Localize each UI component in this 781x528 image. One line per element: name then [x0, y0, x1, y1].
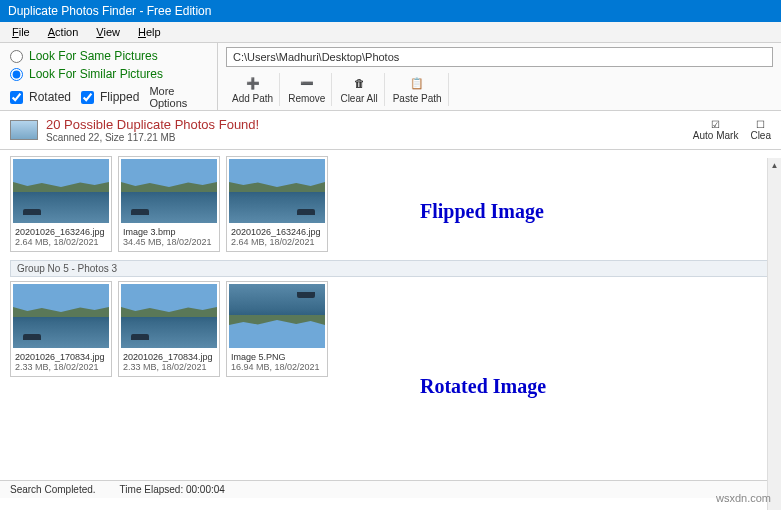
minus-icon: ➖	[299, 75, 315, 91]
window-title: Duplicate Photos Finder - Free Edition	[0, 0, 781, 22]
status-bar: Search Completed. Time Elapsed: 00:00:04	[0, 480, 781, 498]
checkbox-rotated[interactable]: Rotated	[10, 90, 71, 104]
thumb-image	[229, 159, 325, 223]
clear-all-button[interactable]: 🗑 Clear All	[334, 73, 384, 106]
auto-mark-button[interactable]: ☑ Auto Mark	[693, 119, 739, 141]
trash-icon: 🗑	[351, 75, 367, 91]
thumb-image	[229, 284, 325, 348]
add-path-button[interactable]: ➕ Add Path	[226, 73, 280, 106]
group-1-row: 20201026_163246.jpg2.64 MB, 18/02/2021 I…	[10, 156, 771, 252]
annotation-flipped: Flipped Image	[420, 200, 544, 223]
ribbon: Look For Same Pictures Look For Similar …	[0, 43, 781, 111]
path-input[interactable]	[226, 47, 773, 67]
more-options-link[interactable]: More Options	[149, 85, 207, 109]
thumb-card[interactable]: 20201026_170834.jpg2.33 MB, 18/02/2021	[10, 281, 112, 377]
clear-icon: ☐	[756, 119, 765, 130]
thumb-card[interactable]: 20201026_163246.jpg2.64 MB, 18/02/2021	[10, 156, 112, 252]
menu-help[interactable]: Help	[130, 24, 169, 40]
thumb-card[interactable]: 20201026_170834.jpg2.33 MB, 18/02/2021	[118, 281, 220, 377]
thumb-card[interactable]: Image 3.bmp34.45 MB, 18/02/2021	[118, 156, 220, 252]
thumb-image	[13, 159, 109, 223]
menubar: File Action View Help	[0, 22, 781, 43]
paste-path-button[interactable]: 📋 Paste Path	[387, 73, 449, 106]
search-options-panel: Look For Same Pictures Look For Similar …	[0, 43, 218, 110]
radio-similar-pictures[interactable]: Look For Similar Pictures	[10, 67, 207, 81]
group-header: Group No 5 - Photos 3	[10, 260, 771, 277]
results-area: 20201026_163246.jpg2.64 MB, 18/02/2021 I…	[0, 150, 781, 480]
path-panel: ➕ Add Path ➖ Remove 🗑 Clear All 📋 Paste …	[218, 43, 781, 110]
menu-file[interactable]: File	[4, 24, 38, 40]
menu-view[interactable]: View	[88, 24, 128, 40]
checkbox-flipped[interactable]: Flipped	[81, 90, 139, 104]
thumb-image	[13, 284, 109, 348]
check-icon: ☑	[711, 119, 720, 130]
thumb-card[interactable]: 20201026_163246.jpg2.64 MB, 18/02/2021	[226, 156, 328, 252]
summary-icon	[10, 120, 38, 140]
plus-icon: ➕	[245, 75, 261, 91]
clear-marks-button[interactable]: ☐ Clea	[750, 119, 771, 141]
summary-bar: 20 Possible Duplicate Photos Found! Scan…	[0, 111, 781, 150]
status-elapsed: Time Elapsed: 00:00:04	[120, 484, 225, 495]
vertical-scrollbar[interactable]: ▲	[767, 158, 781, 510]
paste-icon: 📋	[409, 75, 425, 91]
annotation-rotated: Rotated Image	[420, 375, 546, 398]
scroll-up-icon[interactable]: ▲	[768, 158, 781, 172]
radio-same-pictures[interactable]: Look For Same Pictures	[10, 49, 207, 63]
remove-button[interactable]: ➖ Remove	[282, 73, 332, 106]
group-2-row: 20201026_170834.jpg2.33 MB, 18/02/2021 2…	[10, 281, 771, 377]
watermark: wsxdn.com	[716, 492, 771, 504]
path-toolbar: ➕ Add Path ➖ Remove 🗑 Clear All 📋 Paste …	[226, 73, 773, 106]
menu-action[interactable]: Action	[40, 24, 87, 40]
summary-sub: Scanned 22, Size 117.21 MB	[46, 132, 259, 143]
thumb-image	[121, 284, 217, 348]
status-completed: Search Completed.	[10, 484, 96, 495]
thumb-card[interactable]: Image 5.PNG16.94 MB, 18/02/2021	[226, 281, 328, 377]
thumb-image	[121, 159, 217, 223]
summary-headline: 20 Possible Duplicate Photos Found!	[46, 117, 259, 132]
